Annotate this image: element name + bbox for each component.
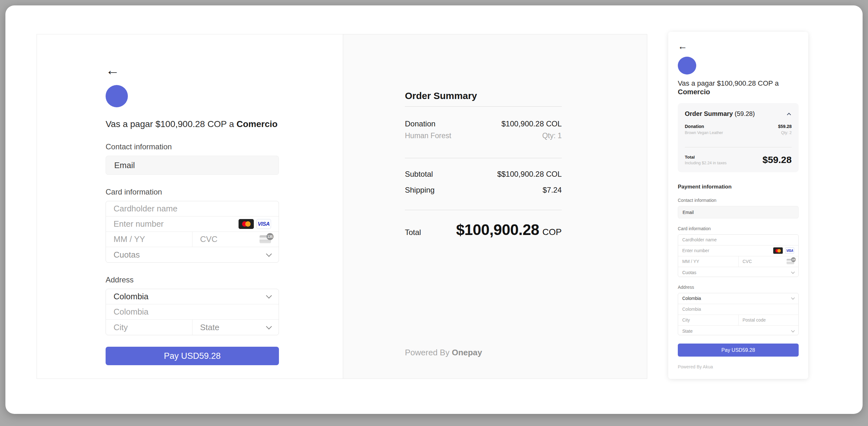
total-row: Total $100,900.28 COP bbox=[405, 221, 562, 238]
visa-icon: VISA bbox=[785, 247, 794, 254]
item-name: Donation bbox=[685, 124, 704, 129]
visa-icon: VISA bbox=[256, 219, 271, 229]
card-information-group: VISA 135 Cuotas bbox=[105, 201, 279, 263]
address-line-field[interactable] bbox=[106, 304, 279, 320]
cvc-input[interactable] bbox=[200, 234, 259, 244]
email-field[interactable] bbox=[105, 156, 279, 175]
chevron-down-icon bbox=[791, 329, 795, 332]
chevron-up-icon bbox=[787, 113, 791, 117]
divider bbox=[685, 147, 792, 147]
total-amount: $59.28 bbox=[763, 154, 792, 165]
divider bbox=[405, 158, 562, 158]
item-description: Brown Vegan Leather bbox=[685, 131, 723, 135]
city-field[interactable] bbox=[106, 320, 192, 335]
contact-information-label: Contact information bbox=[105, 142, 279, 151]
payment-form-pane: ← Vas a pagar $100,900.28 COP a Comercio… bbox=[37, 34, 343, 378]
city-input[interactable] bbox=[114, 322, 184, 332]
powered-by: Powered By Akua bbox=[678, 364, 799, 369]
subtotal-label: Subtotal bbox=[405, 170, 433, 179]
chevron-down-icon bbox=[266, 323, 272, 329]
order-summary-toggle[interactable]: Order Summary (59.28) bbox=[685, 110, 792, 117]
chevron-down-icon bbox=[791, 296, 795, 299]
address-line-field[interactable] bbox=[678, 304, 798, 315]
cardholder-name-field[interactable] bbox=[678, 235, 798, 246]
item-amount: $100,900.28 COL bbox=[502, 119, 562, 128]
pay-button[interactable]: Pay USD59.28 bbox=[678, 344, 799, 357]
shipping-label: Shipping bbox=[405, 186, 434, 195]
address-group: Colombia State bbox=[678, 293, 799, 336]
card-number-input[interactable] bbox=[682, 248, 773, 253]
item-name: Donation bbox=[405, 119, 435, 128]
checkout-window: ← Vas a pagar $100,900.28 COP a Comercio… bbox=[5, 5, 863, 414]
shipping-row: Shipping $7.24 bbox=[405, 186, 562, 195]
order-summary-title: Order Summary bbox=[405, 90, 562, 101]
email-field[interactable] bbox=[678, 206, 799, 219]
city-input[interactable] bbox=[682, 317, 734, 322]
country-select[interactable]: Colombia bbox=[106, 289, 279, 304]
address-group: Colombia State bbox=[105, 289, 279, 335]
cardholder-name-field[interactable] bbox=[106, 201, 279, 217]
postal-code-field[interactable] bbox=[738, 315, 799, 325]
cvc-input[interactable] bbox=[743, 259, 787, 264]
cvc-field[interactable]: 135 bbox=[192, 232, 279, 247]
back-arrow-icon[interactable]: ← bbox=[678, 41, 799, 51]
payment-information-label: Payment information bbox=[678, 184, 799, 190]
total-label: Total bbox=[685, 155, 726, 160]
back-arrow-icon[interactable]: ← bbox=[105, 63, 279, 77]
installments-select[interactable]: Cuotas bbox=[106, 247, 279, 262]
provider-name: Onepay bbox=[452, 348, 482, 357]
expiry-field[interactable] bbox=[106, 232, 192, 247]
payment-header-text: Vas a pagar $100,900.28 COP a bbox=[105, 119, 236, 129]
total-row: Total Including $2.24 in taxes $59.28 bbox=[685, 154, 792, 165]
chevron-down-icon bbox=[791, 270, 795, 274]
item-qty: Qty: 1 bbox=[542, 132, 562, 140]
order-item-desc-row: Brown Vegan Leather Qty: 2 bbox=[685, 131, 792, 135]
card-number-field[interactable]: VISA bbox=[678, 246, 798, 256]
payment-header: Vas a pagar $100,900.28 COP a Comercio bbox=[105, 119, 279, 130]
installments-select[interactable]: Cuotas bbox=[678, 267, 798, 277]
subtotal-value: $$100,900.28 COL bbox=[497, 170, 562, 179]
address-label: Address bbox=[105, 276, 279, 284]
email-input[interactable] bbox=[114, 161, 270, 170]
expiry-field[interactable] bbox=[678, 256, 738, 267]
order-item-desc-row: Human Forest Qty: 1 bbox=[405, 132, 562, 140]
total-currency: COP bbox=[542, 227, 562, 237]
total-note: Including $2.24 in taxes bbox=[685, 161, 726, 165]
cardholder-name-input[interactable] bbox=[682, 237, 794, 242]
chevron-down-icon bbox=[266, 292, 272, 298]
cvc-field[interactable]: 135 bbox=[738, 256, 799, 267]
address-line-input[interactable] bbox=[114, 307, 271, 317]
order-item-row: Donation $59.28 bbox=[685, 124, 792, 129]
expiry-input[interactable] bbox=[682, 259, 734, 264]
merchant-name: Comercio bbox=[678, 88, 710, 96]
total-label: Total bbox=[405, 228, 421, 237]
pay-button[interactable]: Pay USD59.28 bbox=[105, 347, 279, 365]
card-number-field[interactable]: VISA bbox=[106, 217, 279, 232]
payment-header: Vas a pagar $100,900.28 COP a Comercio bbox=[678, 79, 799, 96]
order-summary-pane: Order Summary Donation $100,900.28 COL H… bbox=[343, 34, 647, 378]
item-qty: Qty: 2 bbox=[781, 131, 792, 135]
cardholder-name-input[interactable] bbox=[114, 204, 271, 214]
card-number-input[interactable] bbox=[114, 219, 239, 229]
item-amount: $59.28 bbox=[778, 124, 792, 129]
total-amount: $100,900.28 bbox=[456, 221, 539, 238]
contact-information-label: Contact information bbox=[678, 198, 799, 203]
address-line-input[interactable] bbox=[682, 307, 794, 312]
email-input[interactable] bbox=[683, 210, 794, 215]
merchant-avatar bbox=[678, 57, 696, 75]
state-select[interactable]: State bbox=[678, 326, 798, 336]
shipping-value: $7.24 bbox=[542, 186, 562, 195]
state-select[interactable]: State bbox=[192, 320, 279, 335]
card-information-label: Card information bbox=[678, 226, 799, 231]
mobile-checkout-card: ← Vas a pagar $100,900.28 COP a Comercio… bbox=[668, 32, 808, 379]
expiry-input[interactable] bbox=[114, 234, 184, 244]
postal-code-input[interactable] bbox=[743, 317, 795, 322]
card-information-label: Card information bbox=[105, 188, 279, 196]
divider bbox=[405, 210, 562, 210]
item-description: Human Forest bbox=[405, 132, 451, 140]
powered-by: Powered By Onepay bbox=[405, 348, 562, 358]
checkout-box: ← Vas a pagar $100,900.28 COP a Comercio… bbox=[37, 34, 647, 379]
country-select[interactable]: Colombia bbox=[678, 293, 798, 304]
card-information-group: VISA 135 Cuotas bbox=[678, 234, 799, 277]
city-field[interactable] bbox=[678, 315, 738, 325]
